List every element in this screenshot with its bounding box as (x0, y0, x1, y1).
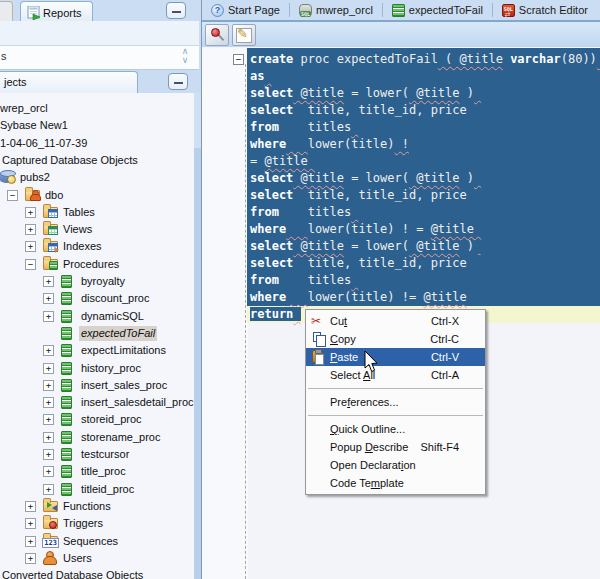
expand-icon[interactable]: + (25, 207, 36, 218)
pushpin-icon[interactable] (205, 24, 229, 46)
help-icon: ? (211, 4, 224, 17)
menu-item-quick-outline[interactable]: Quick Outline... (306, 420, 485, 438)
tree-item-expectlimitations[interactable]: +expectLimitations (0, 342, 194, 359)
tree-item-label: testcursor (79, 447, 131, 462)
menu-icon-spacer (309, 439, 330, 455)
expand-icon[interactable]: + (43, 345, 54, 356)
expand-icon[interactable]: + (43, 311, 54, 322)
menu-item-open-declaration[interactable]: Open Declaration (306, 456, 485, 474)
tab-mwrep-orcl[interactable]: mwrep_orcl (290, 0, 382, 20)
clipped-text-fragment: s (1, 50, 7, 62)
tree-item-label: discount_proc (79, 291, 152, 306)
tree-item-wrep-orcl[interactable]: wrep_orcl (0, 100, 194, 117)
expand-icon[interactable]: + (43, 432, 54, 443)
tree-item-insert-salesdetail-proc[interactable]: +insert_salesdetail_proc (0, 394, 194, 411)
expand-icon[interactable]: + (43, 466, 54, 477)
users-icon (43, 551, 55, 565)
tree-item-procedures[interactable]: −Procedures (0, 256, 194, 273)
tree-item-indexes[interactable]: +Indexes (0, 238, 194, 255)
minimize-icon[interactable] (166, 2, 186, 19)
expand-icon[interactable]: + (43, 484, 54, 495)
tree-item-converted-database-objects[interactable]: Converted Database Objects (0, 567, 194, 579)
tree-item-label: expectLimitations (79, 343, 168, 358)
tab-reports[interactable]: Reports (20, 1, 93, 21)
expand-icon[interactable]: + (43, 449, 54, 460)
tab-expectedtofail[interactable]: expectedToFail (383, 0, 492, 20)
menu-icon-spacer (309, 367, 330, 383)
expand-icon[interactable]: + (43, 414, 54, 425)
tree-item-history-proc[interactable]: +history_proc (0, 360, 194, 377)
procedure-icon (61, 310, 72, 323)
tree-item-expectedtofail[interactable]: expectedToFail (0, 325, 194, 342)
tab-objects[interactable]: jects (0, 71, 138, 93)
tree-item-sybase-new1[interactable]: Sybase New1 (0, 117, 194, 134)
menu-item-code-template[interactable]: Code Template (306, 474, 485, 492)
tab-scratch-editor[interactable]: Scratch Editor (493, 0, 597, 20)
fold-collapse-icon[interactable]: − (233, 54, 244, 65)
menu-item-select-all[interactable]: Select AllCtrl-A (306, 366, 485, 384)
tree-item-byroyalty[interactable]: +byroyalty (0, 273, 194, 290)
expand-icon[interactable]: + (25, 518, 36, 529)
menu-item-shortcut: Ctrl-X (431, 315, 483, 327)
tree-item-storeid-proc[interactable]: +storeid_proc (0, 411, 194, 428)
tree-item-insert-sales-proc[interactable]: +insert_sales_proc (0, 377, 194, 394)
chevron-down-icon[interactable]: ∨ (179, 56, 191, 66)
tree-item-label: title_proc (79, 464, 128, 479)
expand-icon[interactable]: + (43, 380, 54, 391)
menu-icon-spacer (309, 394, 330, 410)
minimize-icon[interactable] (168, 73, 188, 90)
tree-item-storename-proc[interactable]: +storename_proc (0, 429, 194, 446)
tree-item-users[interactable]: +Users (0, 550, 194, 567)
tree-item-discount-proc[interactable]: +discount_proc (0, 290, 194, 307)
expand-icon[interactable]: + (25, 553, 36, 564)
menu-item-cut[interactable]: ✂CutCtrl-X (306, 312, 485, 330)
tree-item-views[interactable]: +Views (0, 221, 194, 238)
report-icon (27, 6, 40, 19)
partial-tab[interactable] (0, 1, 13, 21)
tree-item-testcursor[interactable]: +testcursor (0, 446, 194, 463)
tree-item-dbo[interactable]: −dbo (0, 187, 194, 204)
procedure-icon (61, 292, 72, 305)
expand-icon[interactable]: + (25, 536, 36, 547)
editor-toolbar: ✎ (202, 21, 600, 48)
expand-icon[interactable]: + (43, 293, 54, 304)
editor-gutter (202, 48, 248, 579)
tree-scrollbar[interactable] (194, 93, 201, 579)
tree-item-tables[interactable]: +Tables (0, 204, 194, 221)
menu-separator (306, 384, 485, 393)
tree-item-label: insert_sales_proc (79, 378, 169, 393)
menu-item-paste[interactable]: PasteCtrl-V (306, 348, 485, 366)
edit-pencil-icon[interactable]: ✎ (232, 24, 256, 46)
expand-icon[interactable]: + (25, 241, 36, 252)
tree-item-triggers[interactable]: +Triggers (0, 515, 194, 532)
tree-item-functions[interactable]: +Functions (0, 498, 194, 515)
tree-item-titleid-proc[interactable]: +titleid_proc (0, 481, 194, 498)
tree-item-sequences[interactable]: +123Sequences (0, 533, 194, 550)
tree-item-captured-database-objects[interactable]: Captured Database Objects (0, 152, 194, 169)
code-line: select title, title_id, price (250, 255, 600, 272)
tree-item-pubs2[interactable]: pubs2 (0, 169, 194, 186)
tree-item-dynamicsql[interactable]: +dynamicSQL (0, 308, 194, 325)
cut-icon: ✂ (309, 313, 330, 329)
code-line: select title, title_id, price (250, 102, 600, 119)
expand-icon[interactable]: + (43, 397, 54, 408)
expand-icon[interactable]: + (25, 501, 36, 512)
tree-item-title-proc[interactable]: +title_proc (0, 463, 194, 480)
collapse-icon[interactable]: − (7, 190, 18, 201)
collapse-icon[interactable]: − (25, 259, 36, 270)
code-line: from titles (250, 119, 600, 136)
code-text[interactable]: create proc expectedToFail ( @title varc… (250, 51, 600, 323)
expand-icon[interactable]: + (25, 224, 36, 235)
tree-item-1-04-06-11-07-39[interactable]: 1-04-06_11-07-39 (0, 135, 194, 152)
views-folder-icon (43, 224, 58, 235)
menu-item-label: Code Template (330, 477, 404, 489)
expand-icon[interactable]: + (43, 363, 54, 374)
menu-item-popup-describe[interactable]: Popup DescribeShift-F4 (306, 438, 485, 456)
tab-start-page[interactable]: ?Start Page (202, 0, 289, 20)
expand-icon[interactable]: + (43, 276, 54, 287)
copy-icon (309, 331, 330, 347)
fold-guide-line (245, 64, 246, 579)
menu-item-preferences[interactable]: Preferences... (306, 393, 485, 411)
functions-folder-icon (43, 501, 58, 512)
menu-item-copy[interactable]: CopyCtrl-C (306, 330, 485, 348)
